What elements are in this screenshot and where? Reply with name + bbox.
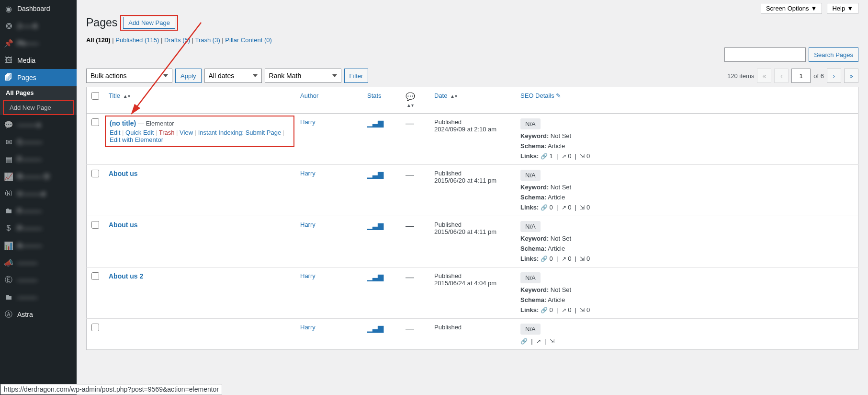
links-outgoing: 0 <box>568 306 571 314</box>
sort-icon: ▲▾ <box>406 103 414 108</box>
row-checkbox[interactable] <box>91 272 99 280</box>
link-icon: 🔗 <box>541 153 548 160</box>
menu-dashboard[interactable]: ◉ Dashboard <box>0 0 77 17</box>
forms-icon: ▤ <box>4 154 13 164</box>
main-content: Screen Options ▼ Help ▼ Pages Add New Pa… <box>77 0 868 395</box>
woo-icon: 🄦 <box>4 189 13 198</box>
menu-label: ——— <box>17 293 37 301</box>
last-page-button[interactable]: » <box>844 69 858 83</box>
contact-icon: ✉ <box>4 137 13 147</box>
menu-label: F——— <box>17 207 42 215</box>
menu-label: Astra <box>17 311 33 318</box>
row-checkbox[interactable] <box>91 324 99 331</box>
date-status: Published <box>434 170 511 177</box>
author-link[interactable]: Harry <box>300 221 316 228</box>
row-title-link[interactable]: About us <box>109 221 138 229</box>
external-link-icon: ↗ <box>562 307 566 314</box>
filter-all[interactable]: All (120) <box>86 36 111 44</box>
stats-icon[interactable]: ▁▃▆ <box>367 221 383 230</box>
select-all-checkbox[interactable] <box>91 92 99 100</box>
menu-jetpack[interactable]: ❂ J——k <box>0 17 77 35</box>
stats-icon[interactable]: ▁▃▆ <box>367 324 383 332</box>
link-icon: 🔗 <box>541 307 548 314</box>
rank-math-select[interactable]: Rank Math <box>265 69 341 83</box>
megaphone-icon: 📣 <box>4 258 13 267</box>
date-status: Published <box>434 118 511 126</box>
menu-forms[interactable]: ▤ F——— <box>0 151 77 168</box>
filter-pillar[interactable]: Pillar Content (0) <box>225 36 272 44</box>
filter-trash[interactable]: Trash (3) <box>195 36 220 44</box>
submenu-all-pages[interactable]: All Pages <box>0 86 77 99</box>
action-trash[interactable]: Trash <box>159 129 175 136</box>
row-title-link[interactable]: About us <box>109 170 138 177</box>
row-checkbox[interactable] <box>91 170 99 177</box>
menu-elementor[interactable]: Ⓔ ——— <box>0 271 77 289</box>
action-edit-with-elementor[interactable]: Edit with Elementor <box>110 136 163 143</box>
folder-icon: 🖿 <box>4 206 13 216</box>
comments-icon: 💬 <box>4 120 13 129</box>
seo-column-header[interactable]: SEO Details ✎ <box>516 87 858 114</box>
menu-posts[interactable]: 📌 Po—— <box>0 35 77 52</box>
bulk-actions-select[interactable]: Bulk actions <box>86 69 172 83</box>
menu-comments[interactable]: 💬 ———s <box>0 116 77 133</box>
current-page-input[interactable] <box>791 69 811 83</box>
title-column-header[interactable]: Title ▲▾ <box>104 87 295 114</box>
seo-schema-value: Article <box>548 194 565 201</box>
author-link[interactable]: Harry <box>300 324 316 331</box>
seo-links-label: Links: <box>520 204 539 211</box>
menu-label: C——— <box>17 138 42 146</box>
row-checkbox[interactable] <box>91 118 99 126</box>
screen-options-label: Screen Options <box>766 5 809 12</box>
incoming-link-icon: ⇲ <box>580 307 585 314</box>
row-title-link[interactable]: About us 2 <box>109 272 143 280</box>
row-title-link[interactable]: (no title) <box>110 119 136 127</box>
menu-rank-math[interactable]: 📈 R——— O <box>0 168 77 185</box>
menu-analytics[interactable]: 📊 A——— <box>0 237 77 254</box>
filter-drafts[interactable]: Drafts (5) <box>164 36 190 44</box>
payments-icon: $ <box>4 223 13 233</box>
apply-button[interactable]: Apply <box>175 69 202 83</box>
author-link[interactable]: Harry <box>300 170 316 177</box>
date-status: Published <box>434 272 511 279</box>
menu-media[interactable]: 🖾 Media <box>0 52 77 69</box>
menu-pages[interactable]: 🗐 Pages <box>0 69 77 86</box>
pagination: 120 items « ‹ of 6 › » <box>727 69 858 83</box>
stats-icon[interactable]: ▁▃▆ <box>367 273 383 281</box>
menu-woocommerce[interactable]: 🄦 V———e <box>0 185 77 202</box>
author-link[interactable]: Harry <box>300 272 316 279</box>
action-quick-edit[interactable]: Quick Edit <box>125 129 154 136</box>
admin-sidebar: ◉ Dashboard ❂ J——k 📌 Po—— 🖾 Media 🗐 Page… <box>0 0 77 395</box>
menu-templates[interactable]: 🖿 ——— <box>0 289 77 306</box>
menu-products[interactable]: 🖿 F——— <box>0 202 77 220</box>
action-view[interactable]: View <box>180 129 193 136</box>
action-instant-indexing[interactable]: Instant Indexing: Submit Page <box>198 129 281 136</box>
search-pages-button[interactable]: Search Pages <box>809 47 858 62</box>
filter-button[interactable]: Filter <box>344 69 369 83</box>
add-new-page-button[interactable]: Add New Page <box>123 17 175 29</box>
date-column-header[interactable]: Date ▲▾ <box>429 87 516 114</box>
menu-astra[interactable]: Ⓐ Astra <box>0 306 77 323</box>
pages-table: Title ▲▾ Author Stats 💬 ▲▾ Date ▲▾ SEO D… <box>86 87 858 350</box>
search-input[interactable] <box>724 47 806 62</box>
menu-marketing[interactable]: 📣 ——— <box>0 254 77 271</box>
row-checkbox[interactable] <box>91 221 99 229</box>
help-button[interactable]: Help ▼ <box>827 3 858 14</box>
menu-contact[interactable]: ✉ C——— <box>0 133 77 151</box>
next-page-button[interactable]: › <box>827 69 841 83</box>
menu-payments[interactable]: $ P——— <box>0 220 77 237</box>
seo-schema-value: Article <box>548 245 565 252</box>
comments-column-header[interactable]: 💬 ▲▾ <box>401 87 429 114</box>
submenu-add-new-page[interactable]: Add New Page <box>3 100 74 115</box>
action-edit[interactable]: Edit <box>110 129 120 136</box>
screen-options-button[interactable]: Screen Options ▼ <box>761 3 822 14</box>
date-filter-select[interactable]: All dates <box>204 69 262 83</box>
filter-links: All (120) | Published (115) | Drafts (5)… <box>86 36 858 44</box>
stats-icon[interactable]: ▁▃▆ <box>367 119 383 127</box>
author-link[interactable]: Harry <box>300 118 316 126</box>
stats-icon[interactable]: ▁▃▆ <box>367 170 383 178</box>
heading-row: Pages Add New Page <box>86 15 858 31</box>
seo-keyword-label: Keyword: <box>520 184 549 191</box>
external-link-icon: ↗ <box>562 256 566 262</box>
filter-published[interactable]: Published (115) <box>115 36 159 44</box>
links-internal: 0 <box>550 204 553 211</box>
